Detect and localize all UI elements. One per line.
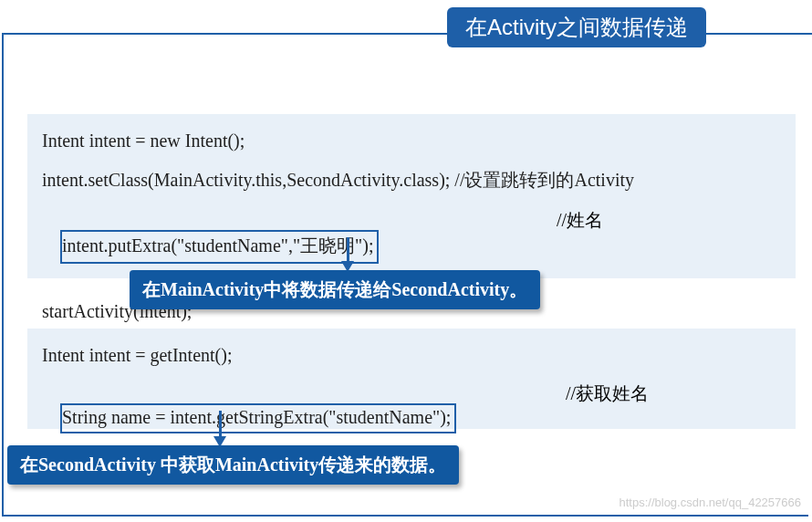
code-line-3-comment: //姓名: [557, 208, 603, 233]
code2-line-2-comment: //获取姓名: [566, 381, 649, 406]
callout-second-activity: 在SecondActivity 中获取MainActivity传递来的数据。: [7, 445, 459, 485]
code-line-1: Intent intent = new Intent();: [42, 130, 781, 151]
callout-main-activity: 在MainActivity中将数据传递给SecondActivity。: [130, 270, 540, 309]
watermark-text: https://blog.csdn.net/qq_42257666: [619, 496, 802, 509]
code2-line-2-container: String name = intent.getStringExtra("stu…: [42, 382, 781, 454]
callout-2-text: 在SecondActivity 中获取MainActivity传递来的数据。: [20, 454, 446, 475]
code-block-second-activity: Intent intent = getIntent(); String name…: [27, 329, 796, 429]
page-title-banner: 在Activity之间数据传递: [447, 7, 706, 47]
callout-1-text: 在MainActivity中将数据传递给SecondActivity。: [142, 279, 527, 299]
page-title-text: 在Activity之间数据传递: [465, 15, 688, 39]
code-block-main-activity: Intent intent = new Intent(); intent.set…: [27, 114, 796, 278]
code2-line-1: Intent intent = getIntent();: [42, 345, 781, 366]
code-line-3-boxed: intent.putExtra("studentName","王晓明");: [60, 230, 379, 264]
code2-line-2-boxed: String name = intent.getStringExtra("stu…: [60, 403, 456, 433]
code-line-2: intent.setClass(MainActivity.this,Second…: [42, 168, 781, 193]
